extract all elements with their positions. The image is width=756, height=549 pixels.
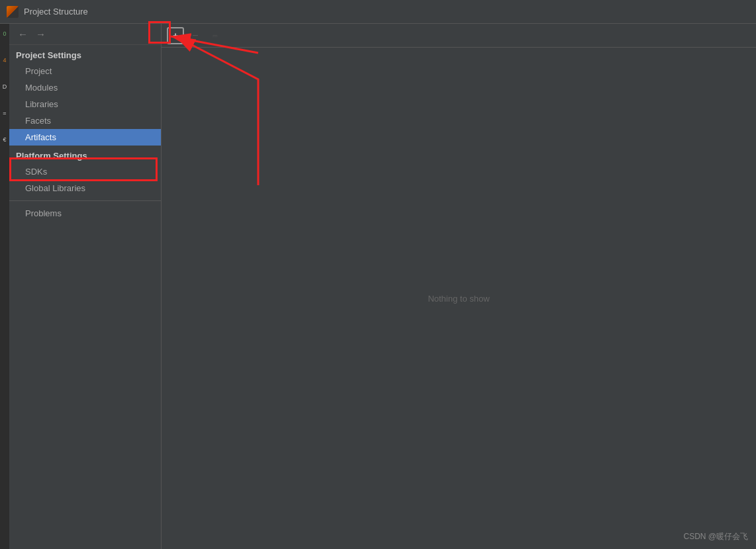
add-button[interactable]: +	[167, 27, 184, 44]
empty-message: Nothing to show	[428, 294, 489, 304]
strip-label-3: D	[3, 83, 7, 90]
content-area: + − ⎓ Nothing to show	[162, 24, 756, 549]
copy-button[interactable]: ⎓	[207, 27, 224, 44]
platform-settings-header: Platform Settings	[9, 146, 161, 163]
content-body: Nothing to show	[162, 48, 756, 549]
sidebar-divider	[9, 200, 161, 201]
nav-arrows: ← →	[9, 24, 161, 45]
remove-button[interactable]: −	[187, 27, 204, 44]
sidebar-item-libraries[interactable]: Libraries	[9, 96, 161, 112]
sidebar-item-problems[interactable]: Problems	[9, 205, 161, 222]
nav-back-button[interactable]: ←	[16, 28, 30, 40]
left-strip: 0 4 D = €	[0, 24, 9, 549]
sidebar-item-modules[interactable]: Modules	[9, 79, 161, 96]
sidebar: ← → Project Settings Project Modules Lib…	[9, 24, 162, 549]
title-bar-text: Project Structure	[24, 7, 88, 17]
copy-icon: ⎓	[213, 30, 218, 40]
strip-label-1: 0	[3, 30, 6, 37]
sidebar-item-artifacts[interactable]: Artifacts	[9, 129, 161, 146]
title-bar: Project Structure	[0, 0, 756, 24]
sidebar-item-global-libraries[interactable]: Global Libraries	[9, 180, 161, 196]
sidebar-item-sdks[interactable]: SDKs	[9, 163, 161, 180]
app-icon	[7, 6, 19, 18]
watermark: CSDN @暖仔会飞	[683, 531, 748, 542]
sidebar-item-project[interactable]: Project	[9, 63, 161, 79]
sidebar-item-facets[interactable]: Facets	[9, 112, 161, 129]
nav-forward-button[interactable]: →	[34, 28, 48, 40]
toolbar: + − ⎓	[162, 24, 756, 48]
strip-label-5: €	[3, 136, 6, 143]
project-settings-header: Project Settings	[9, 45, 161, 63]
strip-label-4: =	[3, 110, 6, 116]
main-area: 0 4 D = € ← → Project Settings Project M…	[0, 24, 756, 549]
strip-label-2: 4	[3, 57, 6, 63]
